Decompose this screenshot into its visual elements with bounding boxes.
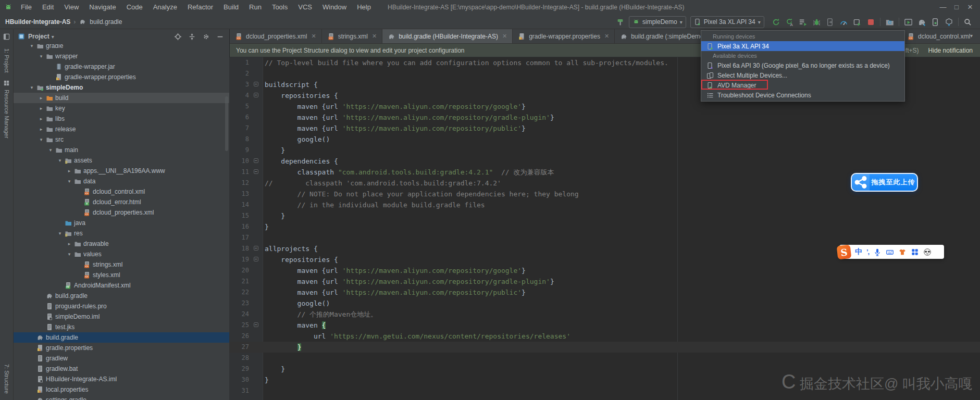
menu-analyze[interactable]: Analyze (148, 0, 182, 15)
avd-manager-icon[interactable] (931, 18, 940, 27)
fold-marker-icon[interactable]: − (254, 93, 258, 97)
sync-folder-icon[interactable] (885, 18, 894, 27)
fold-marker-icon[interactable]: − (254, 169, 258, 174)
chevron-down-icon[interactable]: ▾ (66, 179, 73, 184)
tree-item[interactable]: local.properties (14, 384, 229, 395)
close-tab-icon[interactable]: ✕ (604, 33, 609, 40)
code-line[interactable]: 27 } (229, 342, 980, 353)
toolbox-grid-icon[interactable] (911, 248, 919, 256)
code-line[interactable]: 26 url 'https://mvn.getui.com/nexus/cont… (229, 331, 980, 342)
chevron-down-icon[interactable]: ▾ (38, 54, 45, 59)
menu-code[interactable]: Code (121, 0, 148, 15)
sogou-logo-icon[interactable]: S (837, 244, 852, 259)
sidebar-item-resource-manager[interactable]: Resource Manager (0, 78, 13, 139)
code-line[interactable]: 5 maven {url 'https://maven.aliyun.com/r… (229, 101, 980, 112)
code-editor[interactable]: 1// Top-level build file where you can a… (229, 57, 980, 400)
fold-marker-icon[interactable]: − (254, 246, 258, 251)
tree-item[interactable]: ▾wrapper (14, 51, 229, 61)
sidebar-item-project[interactable]: 1: Project (0, 46, 13, 72)
tree-item[interactable]: Hdcloud_error.html (14, 197, 229, 207)
tree-item[interactable]: ▸libs (14, 114, 229, 124)
tree-item[interactable]: ▾data (14, 176, 229, 186)
run-configuration-select[interactable]: simpleDemo ▾ (629, 16, 686, 28)
code-line[interactable]: 28 (229, 353, 980, 364)
tree-item[interactable]: gradle-wrapper.jar (14, 61, 229, 72)
menu-edit[interactable]: Edit (37, 0, 59, 15)
tree-item[interactable]: gradle.properties (14, 343, 229, 353)
fold-marker-icon[interactable]: − (254, 158, 258, 163)
tool-window-bars-icon[interactable] (0, 31, 13, 41)
device-menu-item[interactable]: Select Multiple Devices... (701, 70, 904, 80)
project-panel-scrollbar[interactable] (225, 96, 228, 151)
code-line[interactable]: 6 maven {url 'https://maven.aliyun.com/r… (229, 112, 980, 123)
editor-tab[interactable]: gradle-wrapper.properties✕ (513, 29, 615, 43)
code-line[interactable]: 21 maven {url 'https://maven.aliyun.com/… (229, 276, 980, 287)
menu-run[interactable]: Run (244, 0, 267, 15)
minimize-button[interactable]: — (936, 0, 950, 15)
code-line[interactable]: 14 // in the individual module build.gra… (229, 199, 980, 210)
code-line[interactable]: 16} (229, 221, 980, 232)
editor-tab[interactable]: <> dcloud_control.xml (903, 29, 974, 43)
code-line[interactable]: 23 google() (229, 298, 980, 309)
code-line[interactable]: 9 } (229, 145, 980, 156)
tree-item[interactable]: simpleDemo.iml (14, 311, 229, 322)
tree-item[interactable]: ▾res (14, 228, 229, 239)
drag-upload-button[interactable]: 拖拽至此上传 (851, 173, 918, 192)
code-line[interactable]: 8 google() (229, 134, 980, 145)
chevron-down-icon[interactable]: ▾ (28, 85, 35, 90)
tree-item[interactable]: build.gradle (14, 332, 229, 343)
close-tab-icon[interactable]: ✕ (372, 33, 377, 40)
ime-mode-chinese[interactable]: 中 (855, 247, 862, 257)
hide-panel-icon[interactable] (216, 33, 224, 41)
attach-debugger-icon[interactable] (826, 18, 835, 27)
menu-build[interactable]: Build (218, 0, 244, 15)
menu-vcs[interactable]: VCS (293, 0, 317, 15)
code-line[interactable]: 17 (229, 232, 980, 243)
code-line[interactable]: 20 maven {url 'https://maven.aliyun.com/… (229, 265, 980, 276)
apply-code-changes-icon[interactable] (799, 18, 808, 27)
device-menu-item[interactable]: AVD Manager (701, 80, 904, 90)
tree-item[interactable]: HBuilder-Integrate-AS.iml (14, 374, 229, 384)
chevron-down-icon[interactable]: ▾ (47, 147, 54, 153)
fold-marker-icon[interactable]: − (254, 257, 258, 261)
debug-icon[interactable] (812, 18, 821, 27)
menu-window[interactable]: Window (317, 0, 352, 15)
code-line[interactable]: 24 // 个推的Maven仓地址。 (229, 309, 980, 320)
apply-changes-box-icon[interactable] (853, 18, 862, 27)
device-menu-item[interactable]: Pixel 3a XL API 34 (701, 41, 904, 51)
tree-item[interactable]: <>dcloud_properties.xml (14, 207, 229, 218)
sidebar-item-structure[interactable]: 7: Structure (0, 362, 13, 394)
chevron-right-icon[interactable]: ▸ (38, 95, 45, 101)
hide-notification-link[interactable]: Hide notification (928, 47, 973, 54)
chevron-right-icon[interactable]: ▸ (66, 241, 73, 246)
tree-item[interactable]: ▸drawable (14, 239, 229, 249)
tree-item[interactable]: ▸key (14, 103, 229, 114)
ime-punctuation[interactable]: ’, (866, 248, 869, 256)
chevron-right-icon[interactable]: ▸ (38, 106, 45, 111)
editor-tab[interactable]: <>strings.xml✕ (322, 29, 383, 43)
chevron-down-icon[interactable]: ▾ (56, 231, 64, 236)
tree-item[interactable]: settings.gradle (14, 395, 229, 400)
tree-item[interactable]: proguard-rules.pro (14, 301, 229, 311)
chevron-down-icon[interactable]: ▾ (56, 158, 64, 163)
tree-item[interactable]: gradlew.bat (14, 364, 229, 374)
tree-item[interactable]: MFAndroidManifest.xml (14, 280, 229, 291)
breadcrumb-file[interactable]: build.gradle (90, 18, 122, 26)
apply-changes-icon[interactable]: A (785, 18, 794, 27)
chevron-right-icon[interactable]: ▸ (66, 168, 73, 173)
tree-item[interactable]: gradlew (14, 353, 229, 364)
tree-item[interactable]: ▸apps.__UNI__8A196AA.www (14, 166, 229, 176)
tree-item[interactable]: gradle-wrapper.properties (14, 72, 229, 82)
microphone-icon[interactable] (873, 248, 882, 256)
build-hammer-icon[interactable] (616, 18, 625, 27)
editor-tab[interactable]: <>dcloud_properties.xml✕ (230, 29, 322, 43)
chevron-right-icon[interactable]: ▸ (38, 127, 45, 132)
code-line[interactable]: 22 maven {url 'https://maven.aliyun.com/… (229, 287, 980, 298)
code-line[interactable]: 10− dependencies { (229, 156, 980, 167)
code-line[interactable]: 15 } (229, 210, 980, 221)
fold-marker-icon[interactable]: − (254, 82, 258, 86)
menu-navigate[interactable]: Navigate (84, 0, 121, 15)
breadcrumb-project[interactable]: HBuilder-Integrate-AS (5, 18, 70, 26)
tree-item[interactable]: ▾values (14, 249, 229, 259)
menu-file[interactable]: File (16, 0, 37, 15)
